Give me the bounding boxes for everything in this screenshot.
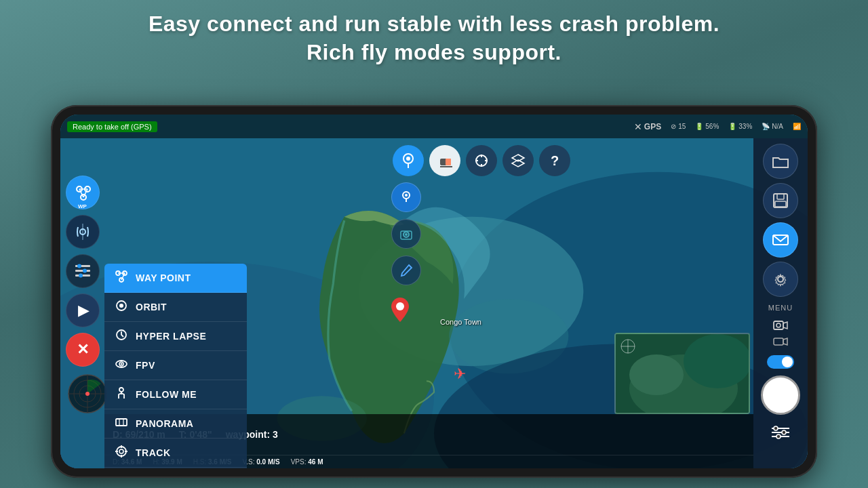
gps-text: GPS <box>644 122 661 131</box>
video-small-icon[interactable] <box>772 335 789 348</box>
svg-rect-69 <box>774 321 783 329</box>
fly-mode-waypoint[interactable]: WAY POINT <box>104 264 247 293</box>
svg-point-40 <box>79 274 83 278</box>
svg-rect-64 <box>774 194 787 207</box>
svg-point-58 <box>119 449 123 453</box>
svg-point-47 <box>119 304 123 308</box>
toggle-row[interactable] <box>767 355 794 369</box>
status-icons: ✕ GPS ⊘ 15 🔋 56% 🔋 33% 📡 N/A <box>634 121 801 132</box>
svg-point-52 <box>119 388 123 392</box>
svg-marker-73 <box>783 338 787 345</box>
toggle-track[interactable] <box>767 355 794 369</box>
svg-point-79 <box>776 434 781 439</box>
svg-point-38 <box>77 264 81 268</box>
left-sidebar: WP <box>60 138 104 414</box>
track-mode-label: TRACK <box>136 447 171 458</box>
toggle-thumb <box>782 357 793 367</box>
battery1-val: 56% <box>705 123 719 130</box>
close-btn[interactable]: ✕ <box>66 333 100 367</box>
svg-rect-72 <box>774 338 783 345</box>
battery2-icon: 🔋 <box>728 123 736 130</box>
svg-point-39 <box>83 269 87 273</box>
play-icon: ▶ <box>78 302 90 319</box>
wifi-icon: 📶 <box>793 123 801 130</box>
svg-point-57 <box>117 447 126 456</box>
fly-mode-track[interactable]: TRACK <box>104 439 247 468</box>
phone-screen: Congo Town ✈ Ready to take off (GPS) ✕ G… <box>60 115 808 468</box>
svg-point-51 <box>121 363 123 365</box>
congo-town-label: Congo Town <box>440 318 481 326</box>
map-tools: ? <box>393 145 570 176</box>
battery1-item: 🔋 56% <box>695 123 719 130</box>
thumbnail-preview <box>614 333 750 414</box>
signal-icon: ⊘ <box>671 123 676 130</box>
fpv-mode-icon <box>114 357 129 373</box>
radar <box>67 373 101 407</box>
signal-item: ⊘ 15 <box>671 123 686 130</box>
drone-marker: ✈ <box>454 365 466 383</box>
fly-mode-fpv[interactable]: FPV <box>104 351 247 380</box>
fly-mode-followme[interactable]: FOLLOW ME <box>104 380 247 409</box>
camera-small-icon[interactable] <box>772 319 789 332</box>
layers-tool-btn[interactable] <box>502 145 534 176</box>
svg-rect-12 <box>446 159 451 165</box>
vps-stat: VPS: 46 M <box>291 458 323 466</box>
fly-mode-hyperlapse[interactable]: HYPER LAPSE <box>104 322 247 351</box>
svg-point-7 <box>396 302 404 310</box>
panorama-mode-icon <box>114 415 129 432</box>
status-bar: Ready to take off (GPS) ✕ GPS ⊘ 15 🔋 56%… <box>60 115 808 138</box>
pencil-icon-btn[interactable] <box>391 256 421 285</box>
gps-icon-item: ✕ GPS <box>634 121 661 132</box>
battery1-icon: 🔋 <box>695 123 703 130</box>
save-btn[interactable] <box>763 183 798 218</box>
wp-mode-btn[interactable]: WP <box>66 176 100 209</box>
battery2-item: 🔋 33% <box>728 123 752 130</box>
folder-btn[interactable] <box>763 144 798 179</box>
followme-mode-label: FOLLOW ME <box>136 389 197 400</box>
map-left-icons <box>391 182 421 285</box>
na-label: N/A <box>772 123 783 130</box>
mail-btn[interactable] <box>763 222 798 258</box>
fly-mode-panorama[interactable]: PANORAMA <box>104 409 247 439</box>
play-btn[interactable]: ▶ <box>66 293 100 327</box>
hyperlapse-mode-icon <box>114 328 129 344</box>
pin-tool-btn[interactable] <box>393 145 424 176</box>
svg-point-85 <box>85 392 90 396</box>
fly-mode-orbit[interactable]: ORBIT <box>104 293 247 322</box>
header-line1: Easy connect and run stable with less cr… <box>0 10 868 39</box>
followme-mode-icon <box>114 386 129 403</box>
signal-sidebar-btn[interactable] <box>66 215 100 249</box>
fpv-mode-label: FPV <box>136 360 155 371</box>
waypoint-mode-icon <box>114 270 129 286</box>
gear-btn[interactable] <box>763 262 798 297</box>
svg-rect-54 <box>116 419 127 426</box>
orbit-mode-label: ORBIT <box>136 302 167 312</box>
close-icon: ✕ <box>77 341 89 359</box>
camera-video-icons <box>772 319 789 348</box>
eraser-tool-btn[interactable] <box>429 145 460 176</box>
header-text: Easy connect and run stable with less cr… <box>0 10 868 66</box>
svg-point-77 <box>774 426 778 430</box>
svg-point-68 <box>778 277 783 282</box>
track-mode-icon <box>114 445 129 461</box>
camera-icon-btn[interactable] <box>391 219 421 249</box>
svg-marker-71 <box>783 322 787 329</box>
fly-mode-menu: WAY POINT ORBIT <box>104 264 247 468</box>
power-button[interactable] <box>816 200 817 247</box>
crosshair-tool-btn[interactable] <box>466 145 497 176</box>
right-panel: MENU <box>753 138 808 468</box>
svg-point-22 <box>405 194 408 197</box>
waypoint-icon-btn[interactable] <box>391 182 421 212</box>
settings-sidebar-btn[interactable] <box>66 254 100 288</box>
svg-rect-65 <box>777 194 784 199</box>
capture-button[interactable] <box>761 375 800 415</box>
svg-rect-66 <box>775 201 786 207</box>
svg-point-78 <box>782 430 786 434</box>
orbit-mode-icon <box>114 299 129 315</box>
fly-mode-tapfly[interactable]: TAP FLY <box>104 468 247 468</box>
svg-point-26 <box>405 233 408 236</box>
wp-label: WP <box>78 203 87 209</box>
help-tool-btn[interactable]: ? <box>539 145 570 176</box>
sliders-icon[interactable] <box>770 424 791 444</box>
wifi-item: 📶 <box>793 123 801 130</box>
